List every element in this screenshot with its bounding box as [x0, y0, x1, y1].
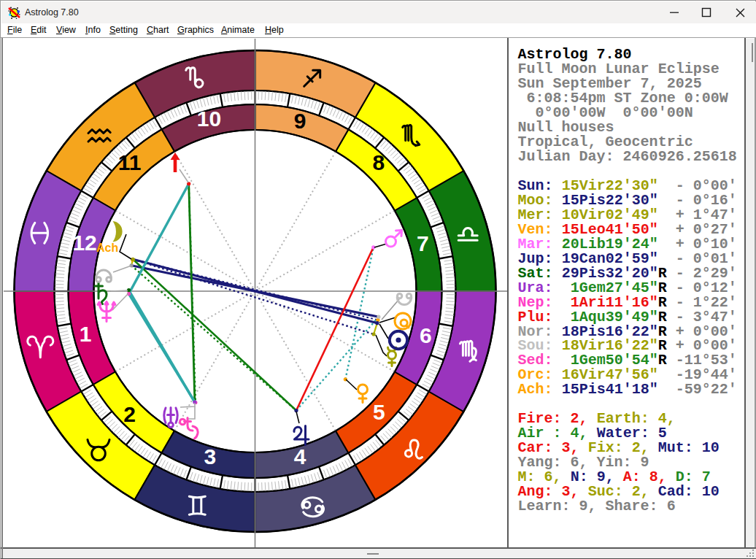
svg-text:5: 5: [373, 400, 385, 424]
svg-text:1: 1: [80, 322, 92, 346]
svg-text:12: 12: [72, 231, 96, 255]
svg-text:11: 11: [118, 150, 142, 174]
svg-text:Ach: Ach: [96, 242, 118, 254]
svg-text:8: 8: [372, 150, 385, 174]
svg-text:3: 3: [204, 444, 217, 469]
svg-text:9: 9: [294, 109, 306, 133]
svg-text:7: 7: [417, 231, 429, 255]
svg-text:2: 2: [123, 402, 136, 426]
svg-text:10: 10: [197, 107, 221, 131]
svg-text:4: 4: [294, 444, 306, 469]
svg-text:6: 6: [420, 323, 432, 347]
